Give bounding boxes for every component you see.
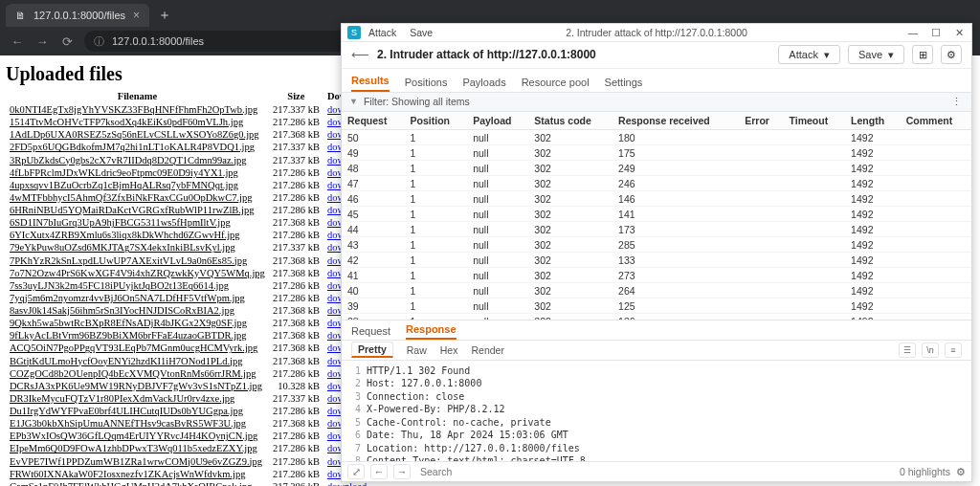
col-status-code[interactable]: Status code — [528, 112, 612, 130]
result-row[interactable]: 471null3022461492 — [342, 176, 971, 191]
search-settings-icon[interactable]: ⚙ — [956, 466, 966, 477]
col-position[interactable]: Position — [405, 112, 468, 130]
search-input[interactable] — [416, 464, 894, 479]
file-name[interactable]: 7o7N2Ozw4PrS6KwXGF4V9i4xhZRQzwkKyVQY5WMq… — [6, 267, 269, 279]
file-name[interactable]: 6HRniNBUd5YQMaiRDaKctVGRGxfRubWlP11rwZlB… — [6, 204, 269, 216]
result-row[interactable]: 501null3021801492 — [342, 130, 971, 145]
columns-icon[interactable]: ⊞ — [912, 45, 933, 64]
file-name[interactable]: 4upxsqvv1BZuOcrbZq1cBjmHqALRsq7ybFMNQqt.… — [6, 179, 269, 191]
tab-results[interactable]: Results — [351, 75, 390, 92]
tab-resource-pool[interactable]: Resource pool — [522, 77, 590, 92]
file-name[interactable]: Du1IrgYdWYFPvaE0brf4ULIHCutqIUDs0bYUGgpa… — [6, 405, 269, 417]
file-name[interactable]: FRWt60IXNAkaW0F2Iosxnezfv1ZKAcjsWnWfdvkm… — [6, 468, 269, 480]
file-name[interactable]: 9Qkxh5wa5bwtRcBXpR8EfNsADjR4bJKGx2X9g0SF… — [6, 317, 269, 329]
response-body[interactable]: 1HTTP/1.1 302 Found2Host: 127.0.0.1:8000… — [342, 361, 971, 462]
file-name[interactable]: 2FD5px6UQGBdkofmJM7q2hi1nLT1oKALR4P8VDQ1… — [6, 141, 269, 153]
search-prev-icon[interactable]: ← — [370, 464, 388, 479]
file-size: 217.368 kB — [269, 216, 323, 229]
viewer-tab-raw[interactable]: Raw — [407, 344, 427, 356]
file-name[interactable]: DCRsJA3xPK6Ue9MW19RNyDBJVF7gWv3vS1sNTpZ1… — [6, 380, 269, 392]
col-length[interactable]: Length — [845, 112, 901, 130]
back-arrow-icon[interactable]: ⟵ — [351, 48, 369, 62]
file-name[interactable]: 4fLbFPRclmJDxWKLdric9eoFtpmc09E0D9iy4YX1… — [6, 166, 269, 179]
filter-bar[interactable]: ▼ Filter: Showing all items ⋮ — [342, 93, 971, 113]
file-name[interactable]: DR3IkeMycuFQTzV1r80PIexXdmVackJUr0rv4zxe… — [6, 392, 269, 405]
file-name[interactable]: COZgOCd8b2OUenpIQ4bEcXVMQVtonRnMs66rrJRM… — [6, 367, 269, 380]
col-request[interactable]: Request — [342, 112, 405, 130]
file-name[interactable]: EIpeMm6Q0D9FOwA1zhbDPwxT3Wq011b5xedzEZXY… — [6, 442, 269, 454]
close-tab-icon[interactable]: × — [133, 9, 140, 22]
file-name[interactable]: 79eYkPuw8uOZsd6MKJTAg7SX4ekxInkiBLsvKyl.… — [6, 241, 269, 254]
file-size: 217.286 kB — [269, 166, 323, 179]
file-size: 217.286 kB — [269, 367, 323, 380]
col-timeout[interactable]: Timeout — [784, 112, 846, 130]
attack-button[interactable]: Attack▾ — [778, 45, 840, 64]
col-comment[interactable]: Comment — [901, 112, 971, 130]
minimize-icon[interactable]: — — [906, 27, 920, 38]
save-button[interactable]: Save▾ — [848, 45, 904, 64]
forward-icon[interactable]: → — [34, 34, 50, 49]
file-size: 217.368 kB — [269, 254, 323, 267]
file-name[interactable]: 7ss3uyLJN3k2m45FC18iPUyjktJqBO2t13Eq6614… — [6, 279, 269, 292]
file-name[interactable]: ACQ5OiN7PgoPPgqVT93LEqPb7MGnm0ucgHCMVyrk… — [6, 342, 269, 354]
file-name[interactable]: 8asvJ0k14Sakj56ihm5rSn3IYocHNJDISCoRxBIA… — [6, 304, 269, 317]
newline-icon[interactable]: \n — [922, 342, 939, 358]
tab-payloads[interactable]: Payloads — [462, 77, 505, 92]
menu-attack[interactable]: Attack — [368, 27, 396, 38]
file-name[interactable]: 1AdLDp6UXA0RSEZ5zSq56nELvCSLLwXSOYo8Z6g0… — [6, 128, 269, 141]
file-name[interactable]: GsmSs1pF0Jh7FElWkhHGgUMpH3dA7khXsOIBCpek… — [6, 480, 269, 486]
file-name[interactable]: 7PKhYzR2kSnLxpdLUwUP7AXExitVLvL9a0n6Es85… — [6, 254, 269, 267]
result-row[interactable]: 411null3022731492 — [342, 268, 971, 283]
result-row[interactable]: 401null3022641492 — [342, 283, 971, 298]
file-name[interactable]: EvVPE7IWf1PPDZumWB1ZRa1wrwCOMj0U9e6vZGZ9… — [6, 455, 269, 468]
result-row[interactable]: 391null3021251492 — [342, 298, 971, 314]
result-row[interactable]: 441null3021731492 — [342, 222, 971, 237]
reload-icon[interactable]: ⟳ — [59, 34, 75, 49]
result-row[interactable]: 451null3021411492 — [342, 207, 971, 222]
file-size: 217.286 kB — [269, 204, 323, 216]
viewer-tab-pretty[interactable]: Pretty — [351, 342, 393, 358]
close-icon[interactable]: ✕ — [952, 27, 966, 38]
file-size: 217.368 kB — [269, 329, 323, 342]
viewer-tab-hex[interactable]: Hex — [440, 344, 458, 356]
info-icon[interactable]: ⓘ — [94, 34, 104, 49]
search-expand-icon[interactable]: ⤢ — [347, 464, 365, 479]
file-name[interactable]: 7yqj5m6m2nyomzr4vvBjJ6On5NA7LDfHF5VtfWpm… — [6, 292, 269, 304]
file-name[interactable]: 6YIcXutx4ZRB9Xmlu6s3liqx8kDkWhchd6ZGwvHf… — [6, 229, 269, 241]
result-row[interactable]: 461null3021461492 — [342, 191, 971, 207]
file-name[interactable]: EPb3WxIOsQW36GfLQqm4ErUIYYRvcJ4H4KOynjCN… — [6, 430, 269, 442]
col-payload[interactable]: Payload — [467, 112, 528, 130]
new-tab-button[interactable]: ＋ — [153, 4, 176, 27]
view-mode-icon[interactable]: ☰ — [899, 342, 916, 358]
tab-settings[interactable]: Settings — [605, 77, 643, 92]
results-grid[interactable]: RequestPositionPayloadStatus codeRespons… — [342, 112, 971, 320]
col-response-received[interactable]: Response received — [612, 112, 739, 130]
result-row[interactable]: 421null3021331492 — [342, 253, 971, 268]
file-name[interactable]: 6SD1IN7bIuGrq3UpA9hjFBCG5311ws5fHpmIltV.… — [6, 216, 269, 229]
menu-save[interactable]: Save — [410, 27, 433, 38]
tab-positions[interactable]: Positions — [405, 77, 448, 92]
file-name[interactable]: BGtjtKdULmoHycfOoyENYi2hzdKI1iH7ONod1PLd… — [6, 355, 269, 367]
wrap-icon[interactable]: ≡ — [945, 342, 962, 358]
result-row[interactable]: 491null3021751492 — [342, 145, 971, 161]
result-row[interactable]: 481null3022491492 — [342, 161, 971, 176]
search-next-icon[interactable]: → — [393, 464, 411, 479]
back-icon[interactable]: ← — [10, 34, 25, 49]
result-row[interactable]: 381null3021361492 — [342, 314, 971, 321]
file-name[interactable]: 1514TtvMcOHVcTFP7ksodXq4kEiKs0pdF60mVLJh… — [6, 116, 269, 128]
file-name[interactable]: E1JG3b0kbXhSipUmuANNEfTHsv9casBvRS5WF3U.… — [6, 417, 269, 430]
maximize-icon[interactable]: ☐ — [929, 27, 943, 38]
col-error[interactable]: Error — [739, 112, 783, 130]
filter-menu-icon[interactable]: ⋮ — [951, 96, 964, 107]
viewer-tab-render[interactable]: Render — [471, 344, 503, 356]
file-name[interactable]: 4wMTFbbhycI5AhmQf3ZfxBiNkFRaxCGu0OpDkwC7… — [6, 191, 269, 204]
tab-request[interactable]: Request — [351, 325, 390, 340]
file-name[interactable]: 9fLkyAcLBtVrm96BZ9bBiXM6brFFaE4uzaoGBTDR… — [6, 329, 269, 342]
result-row[interactable]: 431null3022851492 — [342, 237, 971, 253]
tab-response[interactable]: Response — [406, 323, 457, 340]
settings-icon[interactable]: ⚙ — [941, 45, 962, 64]
file-name[interactable]: 3RpUbZkdsCy0gbs2cX7vR7IIDdq8D2QT1Cdmn99a… — [6, 154, 269, 166]
file-row: 6SD1IN7bIuGrq3UpA9hjFBCG5311ws5fHpmIltV.… — [6, 216, 374, 229]
file-name[interactable]: 0k0NTI4EgTx8jgYhYVSKZ33FBqHNFfFhmFh2OpTw… — [6, 103, 269, 116]
browser-tab[interactable]: 🗎 127.0.0.1:8000/files × — [6, 4, 149, 27]
